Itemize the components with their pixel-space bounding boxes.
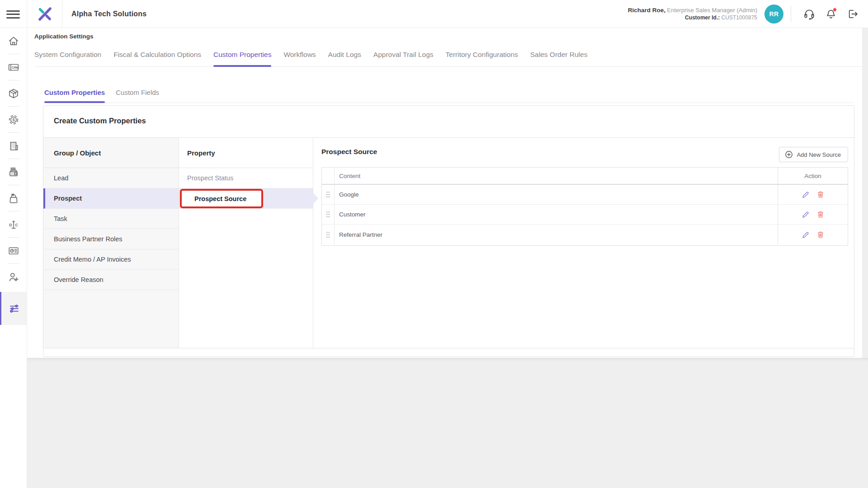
notification-dot	[833, 8, 837, 12]
divider	[62, 0, 62, 28]
group-object-header: Group / Object	[43, 138, 179, 168]
card-title: Create Custom Properties	[54, 117, 146, 125]
tab-audit-logs[interactable]: Audit Logs	[328, 51, 361, 66]
source-table-header: Content Action	[322, 168, 848, 185]
group-row-override-reason[interactable]: Override Reason	[43, 270, 179, 290]
property-header: Property	[179, 138, 313, 168]
svg-text:C: C	[15, 222, 18, 227]
delete-trash-icon[interactable]	[817, 231, 824, 239]
content-column-header: Content	[335, 168, 778, 184]
top-bar: Alpha Tech Solutions Richard Roe, Enterp…	[0, 0, 868, 28]
purchases-bag-icon	[8, 192, 19, 204]
source-content: Google	[335, 185, 778, 204]
sidebar-item-company[interactable]	[0, 133, 27, 159]
scroll-gutter	[862, 28, 868, 358]
group-object-column: Group / Object Lead Prospect Task Busine…	[43, 138, 179, 348]
sidebar-item-crm[interactable]: CRM	[0, 54, 27, 80]
source-row-google: Google	[322, 185, 848, 205]
avatar[interactable]: RR	[764, 5, 783, 23]
property-row-label: Prospect Source	[194, 195, 246, 202]
crm-icon: CRM	[8, 61, 19, 73]
cash-register-icon	[8, 166, 19, 178]
property-row-prospect-source[interactable]: Prospect Source	[179, 188, 313, 209]
home-icon	[8, 35, 19, 47]
drag-handle-icon[interactable]	[322, 185, 335, 204]
page-title: Application Settings	[34, 33, 94, 40]
notifications-bell-icon[interactable]	[825, 8, 837, 20]
tab-sales-order-rules[interactable]: Sales Order Rules	[530, 51, 588, 66]
source-row-referral-partner: Referral Partner	[322, 225, 848, 244]
sidebar-item-add-user[interactable]	[0, 264, 27, 290]
app-title: Alpha Tech Solutions	[71, 0, 146, 28]
red-highlight-box: Prospect Source	[180, 189, 263, 208]
delete-trash-icon[interactable]	[817, 211, 824, 218]
properties-table: Group / Object Lead Prospect Task Busine…	[43, 137, 854, 348]
add-new-source-button[interactable]: Add New Source	[779, 147, 848, 162]
drag-handle-icon[interactable]	[322, 225, 335, 244]
panel-title: Prospect Source	[321, 148, 377, 156]
svg-text:CRM: CRM	[11, 66, 18, 69]
delete-trash-icon[interactable]	[817, 191, 824, 198]
tab-workflows[interactable]: Workflows	[283, 51, 316, 66]
sidebar-item-home[interactable]	[0, 28, 27, 54]
tab-fiscal-calculation-options[interactable]: Fiscal & Calculation Options	[113, 51, 201, 66]
tab-system-configuration[interactable]: System Configuration	[34, 51, 101, 66]
sidebar-item-products[interactable]	[0, 80, 27, 106]
source-content: Customer	[335, 205, 778, 224]
source-row-customer: Customer	[322, 205, 848, 225]
user-role: Enterprise Sales Manager (Admin)	[667, 7, 757, 14]
prospect-source-panel: Prospect Source Add New Source Content A…	[313, 138, 854, 348]
property-column: Property Prospect Status Prospect Source	[179, 138, 313, 348]
settings-sliders-icon	[8, 302, 20, 314]
edit-pencil-icon[interactable]	[802, 231, 810, 239]
customer-id-value: CUST1000875	[722, 14, 757, 21]
action-column-header: Action	[778, 168, 848, 184]
edit-pencil-icon[interactable]	[802, 211, 810, 218]
group-row-lead[interactable]: Lead	[43, 168, 179, 188]
divider	[791, 6, 791, 22]
group-row-business-partner-roles[interactable]: Business Partner Roles	[43, 229, 179, 249]
company-building-icon	[8, 140, 19, 152]
user-name: Richard Roe,	[628, 7, 665, 14]
sidebar-item-reports[interactable]	[0, 238, 27, 263]
group-row-task[interactable]: Task	[43, 209, 179, 229]
tab-custom-properties[interactable]: Custom Properties	[213, 51, 271, 66]
sub-tab-bar: Custom Properties Custom Fields	[43, 87, 854, 103]
page-background	[0, 358, 868, 488]
sidebar-item-ledger[interactable]: D C	[0, 211, 27, 237]
property-row-prospect-status[interactable]: Prospect Status	[179, 168, 313, 188]
sidebar-item-purchases[interactable]	[0, 185, 27, 211]
group-row-credit-memo-ap-invoices[interactable]: Credit Memo / AP Invoices	[43, 249, 179, 270]
svg-text:D: D	[9, 222, 12, 227]
sidebar-nav: CRM $	[0, 28, 27, 488]
source-table: Content Action Google	[321, 167, 848, 246]
plus-circle-icon	[785, 150, 793, 159]
sidebar-item-settings[interactable]	[0, 292, 27, 325]
sidebar-item-pos[interactable]	[0, 159, 27, 185]
tab-approval-trail-logs[interactable]: Approval Trail Logs	[373, 51, 434, 66]
hamburger-menu-icon[interactable]	[6, 8, 20, 20]
subtab-custom-fields[interactable]: Custom Fields	[116, 87, 159, 103]
main-content: Application Settings System Configuratio…	[27, 28, 862, 358]
ledger-scales-icon: D C	[8, 219, 19, 230]
app-logo[interactable]	[27, 0, 62, 28]
user-info: Richard Roe, Enterprise Sales Manager (A…	[628, 7, 757, 21]
drag-handle-icon[interactable]	[322, 205, 335, 224]
main-tab-bar: System Configuration Fiscal & Calculatio…	[34, 45, 862, 67]
products-box-icon	[8, 88, 19, 99]
customer-id-label: Customer Id.:	[685, 14, 720, 21]
edit-pencil-icon[interactable]	[802, 191, 810, 198]
group-row-prospect[interactable]: Prospect	[43, 188, 179, 209]
add-new-source-label: Add New Source	[797, 151, 841, 158]
logout-icon[interactable]	[847, 8, 859, 20]
subtab-custom-properties[interactable]: Custom Properties	[44, 87, 105, 103]
source-content: Referral Partner	[335, 225, 778, 244]
sidebar-item-billing[interactable]: $	[0, 107, 27, 132]
svg-text:$: $	[12, 117, 14, 122]
add-user-icon	[8, 271, 19, 283]
logo-x-icon	[36, 5, 53, 23]
tab-territory-configurations[interactable]: Territory Configurations	[446, 51, 518, 66]
billing-coin-icon: $	[8, 114, 19, 126]
create-custom-properties-card: Create Custom Properties Group / Object …	[43, 105, 854, 357]
support-headset-icon[interactable]	[803, 8, 815, 20]
